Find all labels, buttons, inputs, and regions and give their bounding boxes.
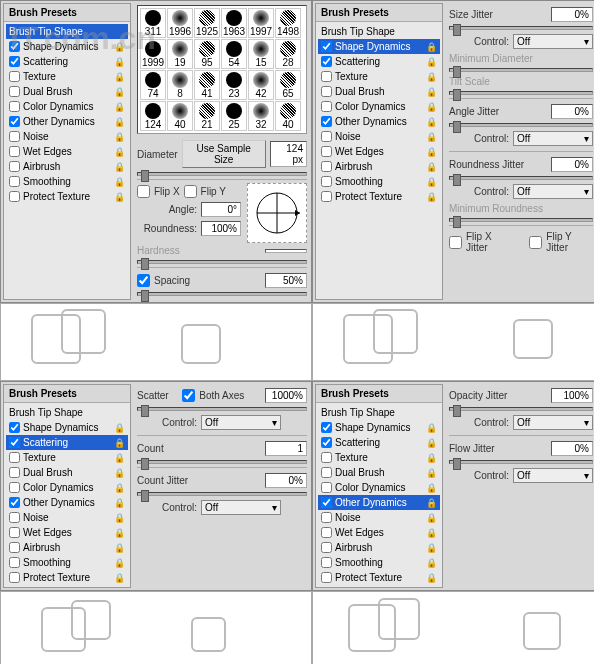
item-smoothing[interactable]: Smoothing🔒 <box>6 555 128 570</box>
item-other-dynamics[interactable]: Other Dynamics🔒 <box>6 114 128 129</box>
chk-smooth[interactable] <box>9 176 20 187</box>
angle-input[interactable]: 0° <box>201 202 241 217</box>
roundness-input[interactable]: 100% <box>201 221 241 236</box>
item-noise[interactable]: Noise🔒 <box>318 129 440 144</box>
opacity-jitter-slider[interactable] <box>449 407 593 411</box>
item-noise[interactable]: Noise🔒 <box>6 510 128 525</box>
item-scattering[interactable]: Scattering🔒 <box>318 435 440 450</box>
flipy-jitter-check[interactable] <box>529 236 542 249</box>
flow-jitter-input[interactable]: 0% <box>551 441 593 456</box>
item-wet-edges[interactable]: Wet Edges🔒 <box>318 525 440 540</box>
item-dual-brush[interactable]: Dual Brush🔒 <box>318 465 440 480</box>
item-wet-edges[interactable]: Wet Edges🔒 <box>6 144 128 159</box>
spacing-input[interactable]: 50% <box>265 273 307 288</box>
item-smoothing[interactable]: Smoothing🔒 <box>6 174 128 189</box>
item-texture[interactable]: Texture🔒 <box>318 69 440 84</box>
angle-jitter-slider[interactable] <box>449 123 593 127</box>
use-sample-size-button[interactable]: Use Sample Size <box>182 140 266 168</box>
item-texture[interactable]: Texture🔒 <box>6 69 128 84</box>
item-shape-dynamics[interactable]: Shape Dynamics🔒 <box>318 39 440 54</box>
brush-thumb[interactable]: 23 <box>221 70 247 100</box>
count-jitter-slider[interactable] <box>137 492 307 496</box>
item-wet-edges[interactable]: Wet Edges🔒 <box>6 525 128 540</box>
item-scattering[interactable]: Scattering🔒 <box>318 54 440 69</box>
item-dual-brush[interactable]: Dual Brush🔒 <box>318 84 440 99</box>
brush-thumb[interactable]: 65 <box>275 70 301 100</box>
item-brush-tip[interactable]: Brush Tip Shape <box>6 405 128 420</box>
brush-thumb[interactable]: 19 <box>167 39 193 69</box>
spacing-slider[interactable] <box>137 292 307 296</box>
brush-thumb[interactable]: 74 <box>140 70 166 100</box>
item-color-dynamics[interactable]: Color Dynamics🔒 <box>318 480 440 495</box>
count-slider[interactable] <box>137 460 307 464</box>
item-airbrush[interactable]: Airbrush🔒 <box>318 159 440 174</box>
item-color-dynamics[interactable]: Color Dynamics🔒 <box>318 99 440 114</box>
item-texture[interactable]: Texture🔒 <box>6 450 128 465</box>
item-wet-edges[interactable]: Wet Edges🔒 <box>318 144 440 159</box>
item-noise[interactable]: Noise🔒 <box>318 510 440 525</box>
item-other-dynamics[interactable]: Other Dynamics🔒 <box>318 114 440 129</box>
brush-thumb[interactable]: 28 <box>275 39 301 69</box>
item-protect-texture[interactable]: Protect Texture🔒 <box>318 189 440 204</box>
brush-thumb[interactable]: 1498 <box>275 8 301 38</box>
roundness-jitter-input[interactable]: 0% <box>551 157 593 172</box>
flipx-jitter-check[interactable] <box>449 236 462 249</box>
chk-protect[interactable] <box>9 191 20 202</box>
scatter-slider[interactable] <box>137 407 307 411</box>
brush-thumb[interactable]: 54 <box>221 39 247 69</box>
both-axes-check[interactable] <box>182 389 195 402</box>
chk-wet[interactable] <box>9 146 20 157</box>
diameter-input[interactable]: 124 px <box>270 141 307 167</box>
item-shape-dynamics[interactable]: Shape Dynamics🔒 <box>318 420 440 435</box>
roundness-control-dropdown[interactable]: Off▾ <box>513 184 593 199</box>
item-smoothing[interactable]: Smoothing🔒 <box>318 555 440 570</box>
spacing-check[interactable] <box>137 274 150 287</box>
item-protect-texture[interactable]: Protect Texture🔒 <box>6 570 128 585</box>
brush-thumb[interactable]: 1996 <box>167 8 193 38</box>
flipy-check[interactable] <box>184 185 197 198</box>
chk-texture[interactable] <box>9 71 20 82</box>
brush-thumb[interactable]: 1997 <box>248 8 274 38</box>
size-jitter-slider[interactable] <box>449 26 593 30</box>
brush-thumb[interactable]: 40 <box>275 101 301 131</box>
scatter-input[interactable]: 1000% <box>265 388 307 403</box>
size-jitter-input[interactable]: 0% <box>551 7 593 22</box>
opacity-jitter-input[interactable]: 100% <box>551 388 593 403</box>
brush-thumb[interactable]: 41 <box>194 70 220 100</box>
count-jitter-input[interactable]: 0% <box>265 473 307 488</box>
item-dual-brush[interactable]: Dual Brush🔒 <box>6 84 128 99</box>
brush-thumb[interactable]: 21 <box>194 101 220 131</box>
brush-thumb[interactable]: 124 <box>140 101 166 131</box>
item-smoothing[interactable]: Smoothing🔒 <box>318 174 440 189</box>
brush-thumb[interactable]: 95 <box>194 39 220 69</box>
brush-thumb[interactable]: 25 <box>221 101 247 131</box>
item-protect-texture[interactable]: Protect Texture🔒 <box>318 570 440 585</box>
item-texture[interactable]: Texture🔒 <box>318 450 440 465</box>
item-other-dynamics[interactable]: Other Dynamics🔒 <box>6 495 128 510</box>
count-control-dropdown[interactable]: Off▾ <box>201 500 281 515</box>
flow-control-dropdown[interactable]: Off▾ <box>513 468 593 483</box>
diameter-slider[interactable] <box>137 172 307 176</box>
item-scattering[interactable]: Scattering🔒 <box>6 435 128 450</box>
item-airbrush[interactable]: Airbrush🔒 <box>318 540 440 555</box>
opacity-control-dropdown[interactable]: Off▾ <box>513 415 593 430</box>
item-color-dynamics[interactable]: Color Dynamics🔒 <box>6 99 128 114</box>
chk-air[interactable] <box>9 161 20 172</box>
chk-color[interactable] <box>9 101 20 112</box>
angle-control-dropdown[interactable]: Off▾ <box>513 131 593 146</box>
chk-noise[interactable] <box>9 131 20 142</box>
angle-jitter-input[interactable]: 0% <box>551 104 593 119</box>
item-airbrush[interactable]: Airbrush🔒 <box>6 540 128 555</box>
item-noise[interactable]: Noise🔒 <box>6 129 128 144</box>
brush-thumb[interactable]: 40 <box>167 101 193 131</box>
flipx-check[interactable] <box>137 185 150 198</box>
chk-scatter[interactable] <box>9 56 20 67</box>
roundness-jitter-slider[interactable] <box>449 176 593 180</box>
brush-thumb[interactable]: 32 <box>248 101 274 131</box>
brush-thumb[interactable]: 1963 <box>221 8 247 38</box>
chk-dual[interactable] <box>9 86 20 97</box>
item-other-dynamics[interactable]: Other Dynamics🔒 <box>318 495 440 510</box>
item-brush-tip[interactable]: Brush Tip Shape <box>318 405 440 420</box>
item-airbrush[interactable]: Airbrush🔒 <box>6 159 128 174</box>
flow-jitter-slider[interactable] <box>449 460 593 464</box>
